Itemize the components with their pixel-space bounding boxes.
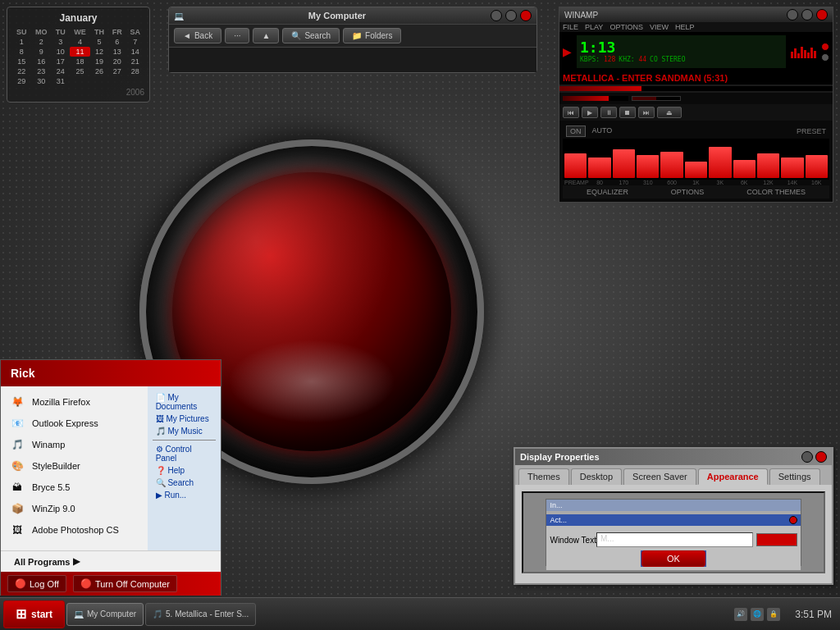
start-app-item[interactable]: 🦊Mozilla Firefox (6, 391, 143, 413)
dp-tab-screensaver[interactable]: Screen Saver (623, 468, 696, 485)
calendar-day[interactable]: 29 (12, 76, 30, 86)
winamp-options[interactable]: OPTIONS (609, 23, 643, 31)
all-programs-btn[interactable]: All Programs ▶ (7, 553, 214, 570)
stop-button[interactable]: ⏹ (619, 107, 636, 118)
calendar-day[interactable]: 8 (12, 47, 30, 57)
calendar-day[interactable]: 18 (70, 57, 91, 66)
calendar-day[interactable]: 4 (70, 37, 91, 47)
calendar-day[interactable]: 20 (108, 57, 126, 66)
eq-tab-equalizer[interactable]: EQUALIZER (587, 188, 628, 196)
calendar-day[interactable]: 5 (90, 37, 108, 47)
tray-icon-2[interactable]: 🌐 (751, 608, 764, 621)
dp-tab-desktop[interactable]: Desktop (571, 468, 622, 485)
start-control-panel[interactable]: ⚙ Control Panel (153, 443, 216, 464)
calendar-day[interactable]: 9 (30, 47, 52, 57)
dp-tab-themes[interactable]: Themes (518, 468, 569, 485)
forward-button[interactable]: ··· (225, 28, 249, 43)
calendar-day[interactable]: 26 (90, 66, 108, 76)
calendar-day[interactable]: 31 (52, 76, 70, 86)
calendar-day[interactable]: 21 (126, 57, 145, 66)
eq-auto-btn[interactable]: AUTO (589, 126, 616, 137)
eq-bar[interactable] (733, 160, 756, 178)
winamp-balance[interactable] (632, 96, 681, 101)
dp-minimize[interactable] (801, 451, 813, 463)
winamp-maximize[interactable] (801, 9, 813, 21)
calendar-day[interactable]: 11 (70, 47, 91, 57)
calendar-day[interactable]: 10 (52, 47, 70, 57)
winamp-file[interactable]: FILE (563, 23, 578, 31)
eq-on-btn[interactable]: ON (566, 126, 586, 137)
calendar-day[interactable]: 16 (30, 57, 52, 66)
eq-bar[interactable] (564, 153, 587, 178)
start-my-music[interactable]: 🎵 My Music (153, 425, 216, 437)
calendar-day[interactable]: 6 (108, 37, 126, 47)
up-button[interactable]: ▲ (253, 28, 279, 43)
eq-tab-color-themes[interactable]: COLOR THEMES (746, 188, 806, 196)
start-run[interactable]: ▶ Run... (153, 489, 216, 501)
taskbar-item-metallica[interactable]: 🎵5. Metallica - Enter S... (145, 603, 256, 626)
winamp-help[interactable]: HELP (675, 23, 695, 31)
start-app-item[interactable]: 🎨StyleBuilder (6, 455, 143, 477)
minimize-button[interactable] (491, 10, 502, 21)
eq-tab-options[interactable]: OPTIONS (671, 188, 705, 196)
winamp-progress[interactable] (559, 86, 833, 91)
calendar-day[interactable]: 7 (126, 37, 145, 47)
eq-bar[interactable] (806, 155, 828, 178)
calendar-day[interactable]: 2 (30, 37, 52, 47)
open-button[interactable]: ⏏ (657, 107, 682, 118)
eq-bar[interactable] (781, 158, 803, 178)
tray-icon-1[interactable]: 🔊 (734, 608, 747, 621)
calendar-day[interactable]: 17 (52, 57, 70, 66)
start-app-item[interactable]: 🏔Bryce 5.5 (6, 477, 143, 498)
log-off-button[interactable]: 🔴Log Off (7, 575, 66, 592)
winamp-x1[interactable] (821, 43, 829, 51)
pause-button[interactable]: ⏸ (600, 107, 617, 118)
eq-bar[interactable] (660, 152, 682, 178)
calendar-day[interactable]: 15 (12, 57, 30, 66)
dp-tab-settings[interactable]: Settings (769, 468, 820, 485)
next-button[interactable]: ⏭ (638, 107, 655, 118)
search-button[interactable]: 🔍Search (282, 28, 340, 43)
start-app-item[interactable]: 🎵Winamp (6, 434, 143, 455)
start-app-item[interactable]: 📧Outlook Express (6, 413, 143, 434)
calendar-day[interactable]: 28 (126, 66, 145, 76)
eq-preset-btn[interactable]: PRESET (797, 127, 826, 135)
winamp-minimize[interactable] (787, 9, 798, 21)
winamp-volume[interactable] (563, 96, 628, 101)
eq-bar[interactable] (685, 162, 707, 178)
calendar-day[interactable]: 1 (12, 37, 30, 47)
eq-bar[interactable] (637, 155, 659, 178)
winamp-x2[interactable] (821, 53, 829, 62)
dp-tab-appearance[interactable]: Appearance (698, 468, 768, 485)
start-help[interactable]: ❓ Help (153, 464, 216, 477)
eq-bar[interactable] (588, 158, 610, 178)
winamp-view[interactable]: VIEW (650, 23, 669, 31)
turn-off-button[interactable]: 🔴Turn Off Computer (73, 575, 177, 592)
start-my-pictures[interactable]: 🖼 My Pictures (153, 413, 216, 425)
dp-ok-preview[interactable]: OK (641, 550, 706, 567)
prev-button[interactable]: ⏮ (563, 107, 579, 118)
eq-bar[interactable] (613, 149, 635, 178)
start-search[interactable]: 🔍 Search (153, 477, 216, 489)
tray-icon-3[interactable]: 🔒 (767, 608, 780, 621)
eq-bar[interactable] (709, 147, 731, 178)
dp-ok-button[interactable]: OK (641, 550, 705, 567)
calendar-day[interactable]: 30 (30, 76, 52, 86)
calendar-day[interactable]: 27 (108, 66, 126, 76)
calendar-day[interactable]: 19 (90, 57, 108, 66)
calendar-day[interactable]: 3 (52, 37, 70, 47)
dp-window-text-input[interactable]: M... (596, 532, 753, 547)
start-button[interactable]: ⊞ start (3, 600, 65, 628)
winamp-play[interactable]: PLAY (585, 23, 603, 31)
dp-color-button[interactable] (756, 533, 797, 546)
winamp-close[interactable] (816, 9, 828, 21)
calendar-day[interactable]: 25 (70, 66, 91, 76)
calendar-day[interactable]: 24 (52, 66, 70, 76)
calendar-day[interactable]: 14 (126, 47, 145, 57)
calendar-day[interactable]: 23 (30, 66, 52, 76)
start-app-item[interactable]: 📦WinZip 9.0 (6, 498, 143, 519)
maximize-button[interactable] (505, 10, 517, 21)
eq-bar[interactable] (757, 153, 779, 178)
calendar-day[interactable]: 22 (12, 66, 30, 76)
dp-close[interactable] (815, 451, 827, 463)
